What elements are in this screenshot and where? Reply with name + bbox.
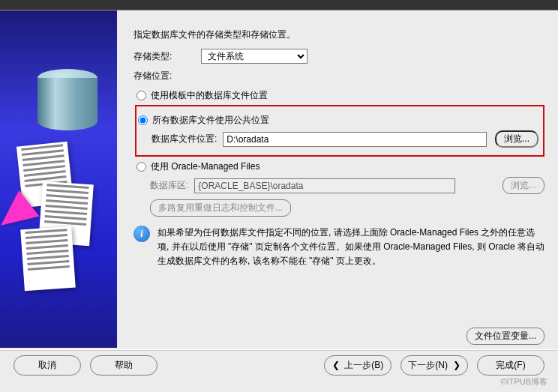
radio-common-label: 所有数据库文件使用公共位置 xyxy=(152,114,269,127)
help-button[interactable]: 帮助 xyxy=(90,355,158,376)
radio-omf-label: 使用 Oracle-Managed Files xyxy=(151,160,260,173)
info-icon: i xyxy=(134,226,150,242)
finish-button[interactable]: 完成(F) xyxy=(477,355,544,376)
separator xyxy=(0,349,558,351)
radio-omf-row[interactable]: 使用 Oracle-Managed Files xyxy=(136,160,544,174)
storage-location-label: 存储位置: xyxy=(134,70,201,82)
db-area-label: 数据库区: xyxy=(150,179,188,192)
radio-common-row[interactable]: 所有数据库文件使用公共位置 xyxy=(138,113,538,127)
watermark: ©ITPUB博客 xyxy=(501,376,548,388)
highlighted-section: 所有数据库文件使用公共位置 数据库文件位置: 浏览... xyxy=(135,105,544,157)
sidebar-image xyxy=(0,10,117,348)
db-file-path-label: 数据库文件位置: xyxy=(152,133,217,145)
radio-template-label: 使用模板中的数据库文件位置 xyxy=(151,89,268,102)
db-file-path-input[interactable] xyxy=(223,132,487,147)
database-cylinder-icon xyxy=(38,69,98,144)
db-area-input xyxy=(194,178,455,193)
browse-button-omf: 浏览... xyxy=(502,177,544,194)
multiplex-button: 多路复用重做日志和控制文件... xyxy=(150,199,291,217)
content-area: 指定数据库文件的存储类型和存储位置。 存储类型: 文件系统 存储位置: 使用模板… xyxy=(117,10,558,348)
title-bar xyxy=(0,0,558,10)
browse-button-common[interactable]: 浏览... xyxy=(495,130,538,148)
radio-template-row[interactable]: 使用模板中的数据库文件位置 xyxy=(136,88,544,103)
file-location-variables-button[interactable]: 文件位置变量... xyxy=(466,328,544,345)
chevron-right-icon: ❯ xyxy=(448,360,460,370)
footer: 取消 帮助 ❮ 上一步(B) 下一步(N) ❯ 完成(F) xyxy=(0,355,558,376)
document-icon xyxy=(20,226,76,292)
storage-type-label: 存储类型: xyxy=(134,50,201,63)
cancel-button[interactable]: 取消 xyxy=(14,355,81,376)
intro-text: 指定数据库文件的存储类型和存储位置。 xyxy=(134,28,544,41)
back-button[interactable]: ❮ 上一步(B) xyxy=(324,355,392,376)
chevron-left-icon: ❮ xyxy=(332,360,345,370)
main-panel: 指定数据库文件的存储类型和存储位置。 存储类型: 文件系统 存储位置: 使用模板… xyxy=(0,10,558,348)
radio-template[interactable] xyxy=(136,91,146,100)
radio-common[interactable] xyxy=(138,115,148,125)
next-button[interactable]: 下一步(N) ❯ xyxy=(400,355,468,376)
info-text: 如果希望为任何数据库文件指定不同的位置, 请选择上面除 Oracle-Manag… xyxy=(158,226,544,269)
storage-type-select[interactable]: 文件系统 xyxy=(201,49,308,64)
radio-omf[interactable] xyxy=(136,162,146,172)
